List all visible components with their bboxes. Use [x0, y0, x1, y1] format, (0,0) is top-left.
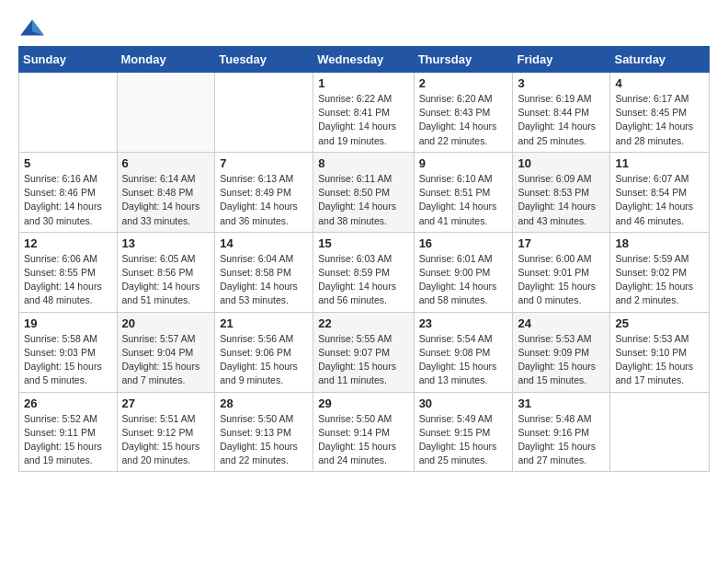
day-info: Sunrise: 6:22 AMSunset: 8:41 PMDaylight:… [318, 92, 408, 148]
logo [18, 18, 50, 37]
day-cell: 27Sunrise: 5:51 AMSunset: 9:12 PMDayligh… [117, 392, 215, 472]
week-row-0: 1Sunrise: 6:22 AMSunset: 8:41 PMDaylight… [19, 73, 710, 153]
day-number: 14 [220, 236, 308, 250]
day-cell: 17Sunrise: 6:00 AMSunset: 9:01 PMDayligh… [513, 232, 610, 312]
day-cell: 30Sunrise: 5:49 AMSunset: 9:15 PMDayligh… [414, 392, 513, 472]
day-number: 6 [122, 156, 210, 170]
day-info: Sunrise: 6:20 AMSunset: 8:43 PMDaylight:… [419, 92, 508, 148]
day-number: 12 [24, 236, 112, 250]
day-cell: 7Sunrise: 6:13 AMSunset: 8:49 PMDaylight… [215, 152, 313, 232]
day-number: 24 [518, 316, 605, 330]
day-cell: 4Sunrise: 6:17 AMSunset: 8:45 PMDaylight… [610, 73, 710, 153]
header [18, 18, 710, 37]
day-number: 31 [518, 396, 605, 410]
day-info: Sunrise: 5:48 AMSunset: 9:16 PMDaylight:… [518, 412, 605, 468]
day-info: Sunrise: 6:13 AMSunset: 8:49 PMDaylight:… [220, 172, 308, 228]
day-number: 19 [24, 316, 112, 330]
day-info: Sunrise: 5:54 AMSunset: 9:08 PMDaylight:… [419, 332, 508, 388]
header-cell-tuesday: Tuesday [215, 47, 313, 73]
day-cell: 12Sunrise: 6:06 AMSunset: 8:55 PMDayligh… [19, 232, 118, 312]
day-cell [117, 73, 215, 153]
day-cell: 19Sunrise: 5:58 AMSunset: 9:03 PMDayligh… [19, 312, 118, 392]
day-info: Sunrise: 6:14 AMSunset: 8:48 PMDaylight:… [122, 172, 210, 228]
day-info: Sunrise: 5:49 AMSunset: 9:15 PMDaylight:… [419, 412, 508, 468]
day-cell: 20Sunrise: 5:57 AMSunset: 9:04 PMDayligh… [117, 312, 215, 392]
day-info: Sunrise: 6:19 AMSunset: 8:44 PMDaylight:… [518, 92, 605, 148]
day-number: 2 [419, 76, 508, 90]
day-cell: 23Sunrise: 5:54 AMSunset: 9:08 PMDayligh… [414, 312, 513, 392]
day-cell: 31Sunrise: 5:48 AMSunset: 9:16 PMDayligh… [513, 392, 610, 472]
day-number: 30 [419, 396, 508, 410]
day-cell: 8Sunrise: 6:11 AMSunset: 8:50 PMDaylight… [313, 152, 414, 232]
day-number: 5 [24, 156, 112, 170]
day-cell: 26Sunrise: 5:52 AMSunset: 9:11 PMDayligh… [19, 392, 118, 472]
day-cell: 2Sunrise: 6:20 AMSunset: 8:43 PMDaylight… [414, 73, 513, 153]
day-info: Sunrise: 6:10 AMSunset: 8:51 PMDaylight:… [419, 172, 508, 228]
day-number: 10 [518, 156, 605, 170]
day-info: Sunrise: 5:55 AMSunset: 9:07 PMDaylight:… [318, 332, 408, 388]
day-info: Sunrise: 6:11 AMSunset: 8:50 PMDaylight:… [318, 172, 408, 228]
day-info: Sunrise: 6:00 AMSunset: 9:01 PMDaylight:… [518, 252, 605, 308]
header-cell-friday: Friday [513, 47, 610, 73]
day-number: 21 [220, 316, 308, 330]
day-info: Sunrise: 5:50 AMSunset: 9:14 PMDaylight:… [318, 412, 408, 468]
calendar-table: SundayMondayTuesdayWednesdayThursdayFrid… [18, 46, 710, 472]
day-number: 3 [518, 76, 605, 90]
day-cell: 16Sunrise: 6:01 AMSunset: 9:00 PMDayligh… [414, 232, 513, 312]
day-number: 28 [220, 396, 308, 410]
day-info: Sunrise: 6:04 AMSunset: 8:58 PMDaylight:… [220, 252, 308, 308]
day-cell: 25Sunrise: 5:53 AMSunset: 9:10 PMDayligh… [610, 312, 710, 392]
day-number: 22 [318, 316, 408, 330]
day-cell: 6Sunrise: 6:14 AMSunset: 8:48 PMDaylight… [117, 152, 215, 232]
week-row-3: 19Sunrise: 5:58 AMSunset: 9:03 PMDayligh… [19, 312, 710, 392]
day-number: 20 [122, 316, 210, 330]
day-cell: 10Sunrise: 6:09 AMSunset: 8:53 PMDayligh… [513, 152, 610, 232]
day-cell: 14Sunrise: 6:04 AMSunset: 8:58 PMDayligh… [215, 232, 313, 312]
logo-icon [18, 18, 46, 37]
day-cell: 28Sunrise: 5:50 AMSunset: 9:13 PMDayligh… [215, 392, 313, 472]
day-cell: 22Sunrise: 5:55 AMSunset: 9:07 PMDayligh… [313, 312, 414, 392]
day-info: Sunrise: 5:59 AMSunset: 9:02 PMDaylight:… [615, 252, 704, 308]
day-number: 11 [615, 156, 704, 170]
day-info: Sunrise: 6:01 AMSunset: 9:00 PMDaylight:… [419, 252, 508, 308]
day-info: Sunrise: 5:56 AMSunset: 9:06 PMDaylight:… [220, 332, 308, 388]
header-cell-saturday: Saturday [610, 47, 710, 73]
day-info: Sunrise: 5:52 AMSunset: 9:11 PMDaylight:… [24, 412, 112, 468]
day-number: 23 [419, 316, 508, 330]
day-number: 4 [615, 76, 704, 90]
day-info: Sunrise: 6:17 AMSunset: 8:45 PMDaylight:… [615, 92, 704, 148]
day-number: 13 [122, 236, 210, 250]
day-info: Sunrise: 5:57 AMSunset: 9:04 PMDaylight:… [122, 332, 210, 388]
day-number: 9 [419, 156, 508, 170]
day-cell: 13Sunrise: 6:05 AMSunset: 8:56 PMDayligh… [117, 232, 215, 312]
week-row-2: 12Sunrise: 6:06 AMSunset: 8:55 PMDayligh… [19, 232, 710, 312]
day-info: Sunrise: 6:09 AMSunset: 8:53 PMDaylight:… [518, 172, 605, 228]
day-number: 16 [419, 236, 508, 250]
header-cell-monday: Monday [117, 47, 215, 73]
day-info: Sunrise: 5:53 AMSunset: 9:10 PMDaylight:… [615, 332, 704, 388]
day-info: Sunrise: 5:50 AMSunset: 9:13 PMDaylight:… [220, 412, 308, 468]
day-number: 17 [518, 236, 605, 250]
day-cell [215, 73, 313, 153]
day-cell: 29Sunrise: 5:50 AMSunset: 9:14 PMDayligh… [313, 392, 414, 472]
day-info: Sunrise: 5:53 AMSunset: 9:09 PMDaylight:… [518, 332, 605, 388]
day-number: 8 [318, 156, 408, 170]
day-number: 26 [24, 396, 112, 410]
day-info: Sunrise: 6:05 AMSunset: 8:56 PMDaylight:… [122, 252, 210, 308]
day-number: 15 [318, 236, 408, 250]
day-cell [610, 392, 710, 472]
day-cell: 5Sunrise: 6:16 AMSunset: 8:46 PMDaylight… [19, 152, 118, 232]
day-number: 25 [615, 316, 704, 330]
week-row-4: 26Sunrise: 5:52 AMSunset: 9:11 PMDayligh… [19, 392, 710, 472]
day-cell: 3Sunrise: 6:19 AMSunset: 8:44 PMDaylight… [513, 73, 610, 153]
day-cell: 21Sunrise: 5:56 AMSunset: 9:06 PMDayligh… [215, 312, 313, 392]
day-number: 7 [220, 156, 308, 170]
day-info: Sunrise: 6:06 AMSunset: 8:55 PMDaylight:… [24, 252, 112, 308]
day-number: 18 [615, 236, 704, 250]
day-cell: 9Sunrise: 6:10 AMSunset: 8:51 PMDaylight… [414, 152, 513, 232]
day-info: Sunrise: 6:16 AMSunset: 8:46 PMDaylight:… [24, 172, 112, 228]
day-info: Sunrise: 5:58 AMSunset: 9:03 PMDaylight:… [24, 332, 112, 388]
day-info: Sunrise: 5:51 AMSunset: 9:12 PMDaylight:… [122, 412, 210, 468]
day-cell: 18Sunrise: 5:59 AMSunset: 9:02 PMDayligh… [610, 232, 710, 312]
header-row: SundayMondayTuesdayWednesdayThursdayFrid… [19, 47, 710, 73]
